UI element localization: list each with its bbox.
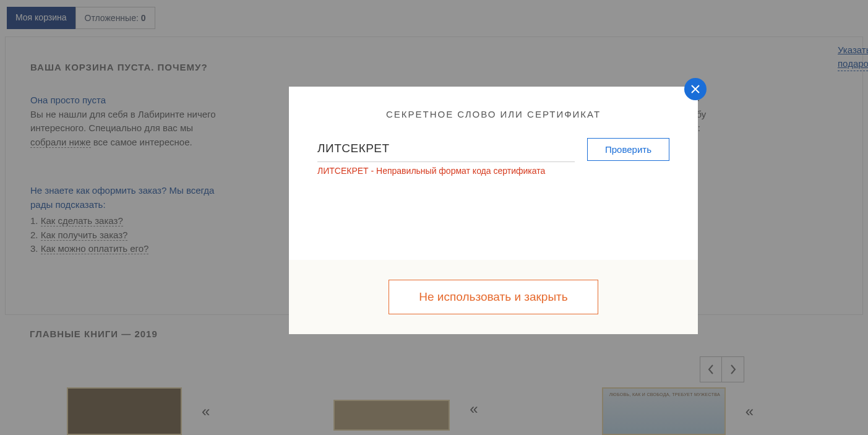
certificate-modal: СЕКРЕТНОЕ СЛОВО ИЛИ СЕРТИФИКАТ Проверить…: [289, 87, 698, 334]
modal-close-button[interactable]: [684, 78, 707, 100]
certificate-error: ЛИТСЕКРЕТ - Неправильный формат кода сер…: [289, 162, 698, 176]
dont-use-close-button[interactable]: Не использовать и закрыть: [389, 280, 598, 314]
close-icon: [690, 84, 700, 94]
check-button[interactable]: Проверить: [587, 138, 669, 161]
modal-title: СЕКРЕТНОЕ СЛОВО ИЛИ СЕРТИФИКАТ: [289, 87, 698, 138]
certificate-input[interactable]: [317, 138, 575, 162]
